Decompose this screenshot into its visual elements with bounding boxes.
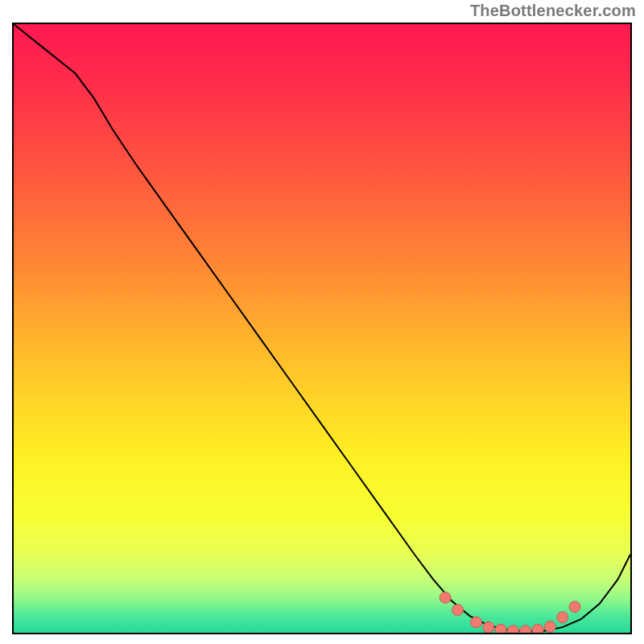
attribution-text: TheBottlenecker.com [470, 2, 636, 20]
bottleneck-curve [14, 24, 630, 632]
curve-marker [507, 625, 518, 634]
curve-marker [520, 625, 531, 634]
plot-area [12, 23, 632, 634]
curve-marker [471, 617, 482, 628]
curve-marker [440, 592, 451, 603]
curve-marker [483, 621, 494, 633]
curve-marker [557, 612, 568, 623]
curve-marker [495, 624, 506, 634]
curve-marker [532, 624, 543, 634]
curve-marker [569, 601, 580, 613]
curve-marker [544, 621, 555, 632]
chart-container: TheBottlenecker.com [0, 0, 644, 644]
curve-layer [14, 24, 630, 634]
curve-marker [452, 605, 464, 616]
